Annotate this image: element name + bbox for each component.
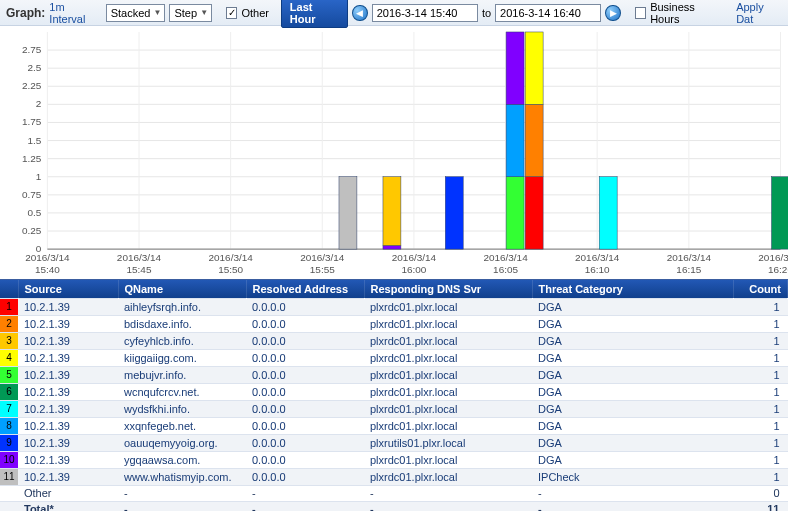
date-prev-button[interactable]: ◀ [352, 5, 367, 21]
cell-dns: plxrdc01.plxr.local [364, 451, 532, 468]
svg-text:15:45: 15:45 [127, 264, 152, 275]
col-dns[interactable]: Responding DNS Svr [364, 280, 532, 298]
series-swatch: 8 [0, 418, 18, 434]
apply-link[interactable]: Apply Dat [736, 1, 782, 25]
cell-qname: mebujvr.info. [118, 366, 246, 383]
table-row[interactable]: 110.2.1.39aihleyfsrqh.info.0.0.0.0plxrdc… [0, 298, 788, 315]
svg-text:2.5: 2.5 [28, 62, 42, 73]
table-row[interactable]: 810.2.1.39xxqnfegeb.net.0.0.0.0plxrdc01.… [0, 417, 788, 434]
cell-resolved: 0.0.0.0 [246, 400, 364, 417]
cell-count: 1 [734, 400, 788, 417]
svg-text:2016/3/14: 2016/3/14 [392, 252, 437, 263]
date-from-input[interactable]: 2016-3-14 15:40 [372, 4, 478, 22]
series-swatch: 6 [0, 384, 18, 400]
svg-text:15:50: 15:50 [218, 264, 243, 275]
cell-category: DGA [532, 349, 734, 366]
date-to-input[interactable]: 2016-3-14 16:40 [495, 4, 601, 22]
business-hours-label: Business Hours [650, 1, 724, 25]
business-hours-checkbox[interactable] [635, 7, 647, 19]
cell-resolved: 0.0.0.0 [246, 434, 364, 451]
cell-count: 1 [734, 451, 788, 468]
table-row[interactable]: 510.2.1.39mebujvr.info.0.0.0.0plxrdc01.p… [0, 366, 788, 383]
cell-source: 10.2.1.39 [18, 332, 118, 349]
cell-source: 10.2.1.39 [18, 315, 118, 332]
cell-qname: wcnqufcrcv.net. [118, 383, 246, 400]
table-row[interactable]: 710.2.1.39wydsfkhi.info.0.0.0.0plxrdc01.… [0, 400, 788, 417]
svg-rect-57 [506, 104, 524, 176]
svg-rect-52 [339, 177, 357, 249]
cell-count: 1 [734, 417, 788, 434]
chart-area: 00.250.50.7511.251.51.7522.252.52.752016… [0, 26, 788, 280]
cell-source: 10.2.1.39 [18, 468, 118, 485]
svg-rect-55 [445, 177, 463, 249]
svg-text:1: 1 [36, 171, 42, 182]
svg-text:15:55: 15:55 [310, 264, 335, 275]
series-swatch: 5 [0, 367, 18, 383]
cell-resolved: 0.0.0.0 [246, 383, 364, 400]
graph-label: Graph: [6, 6, 45, 20]
svg-text:2016/3/14: 2016/3/14 [575, 252, 620, 263]
table-row[interactable]: 310.2.1.39cyfeyhlcb.info.0.0.0.0plxrdc01… [0, 332, 788, 349]
svg-rect-61 [525, 32, 543, 104]
cell-source: 10.2.1.39 [18, 434, 118, 451]
table-row[interactable]: 1010.2.1.39ygqaawsa.com.0.0.0.0plxrdc01.… [0, 451, 788, 468]
series-swatch: 1 [0, 299, 18, 315]
svg-rect-54 [383, 177, 401, 246]
display-mode-select[interactable]: Stacked [106, 4, 166, 22]
col-qname[interactable]: QName [118, 280, 246, 298]
table-row[interactable]: 610.2.1.39wcnqufcrcv.net.0.0.0.0plxrdc01… [0, 383, 788, 400]
cell-count: 1 [734, 315, 788, 332]
cell-category: DGA [532, 451, 734, 468]
col-source[interactable]: Source [18, 280, 118, 298]
cell-source: 10.2.1.39 [18, 366, 118, 383]
table-row[interactable]: 210.2.1.39bdisdaxe.info.0.0.0.0plxrdc01.… [0, 315, 788, 332]
col-category[interactable]: Threat Category [532, 280, 734, 298]
cell-category: DGA [532, 366, 734, 383]
series-swatch: 2 [0, 316, 18, 332]
cell-resolved: 0.0.0.0 [246, 366, 364, 383]
cell-source: 10.2.1.39 [18, 400, 118, 417]
cell-qname: aihleyfsrqh.info. [118, 298, 246, 315]
cell-qname: wydsfkhi.info. [118, 400, 246, 417]
cell-resolved: 0.0.0.0 [246, 417, 364, 434]
other-label: Other [241, 7, 269, 19]
col-resolved[interactable]: Resolved Address [246, 280, 364, 298]
cell-category: DGA [532, 298, 734, 315]
cell-category: DGA [532, 434, 734, 451]
table-row[interactable]: 1110.2.1.39www.whatismyip.com.0.0.0.0plx… [0, 468, 788, 485]
cell-dns: plxrdc01.plxr.local [364, 417, 532, 434]
graph-controls: Graph: 1m Interval Stacked Step Other La… [0, 0, 788, 26]
cell-qname: kiiggaiigg.com. [118, 349, 246, 366]
table-row-other[interactable]: Other----0 [0, 485, 788, 501]
svg-text:2016/3/14: 2016/3/14 [117, 252, 162, 263]
svg-rect-56 [506, 177, 524, 249]
date-next-button[interactable]: ▶ [605, 5, 620, 21]
series-swatch: 7 [0, 401, 18, 417]
cell-dns: plxrdc01.plxr.local [364, 383, 532, 400]
svg-text:2016/3/14: 2016/3/14 [300, 252, 345, 263]
svg-text:2016/3/14: 2016/3/14 [667, 252, 712, 263]
interval-link[interactable]: 1m Interval [49, 1, 101, 25]
col-count[interactable]: Count [734, 280, 788, 298]
cell-source: 10.2.1.39 [18, 298, 118, 315]
cell-source: 10.2.1.39 [18, 349, 118, 366]
table-row[interactable]: 410.2.1.39kiiggaiigg.com.0.0.0.0plxrdc01… [0, 349, 788, 366]
cell-count: 1 [734, 434, 788, 451]
svg-text:2: 2 [36, 98, 42, 109]
svg-text:1.75: 1.75 [22, 116, 42, 127]
other-checkbox[interactable] [226, 7, 238, 19]
svg-text:2016/3/14: 2016/3/14 [758, 252, 788, 263]
table-row-total: Total*----11 [0, 501, 788, 511]
cell-category: DGA [532, 315, 734, 332]
svg-rect-63 [772, 177, 788, 249]
cell-resolved: 0.0.0.0 [246, 468, 364, 485]
step-select[interactable]: Step [169, 4, 212, 22]
table-row[interactable]: 910.2.1.39oauuqemyyoig.org.0.0.0.0plxrut… [0, 434, 788, 451]
cell-qname: ygqaawsa.com. [118, 451, 246, 468]
last-hour-button[interactable]: Last Hour [281, 0, 348, 28]
svg-text:15:40: 15:40 [35, 264, 60, 275]
svg-text:2.25: 2.25 [22, 80, 42, 91]
cell-qname: oauuqemyyoig.org. [118, 434, 246, 451]
stacked-bar-chart: 00.250.50.7511.251.51.7522.252.52.752016… [0, 26, 788, 279]
cell-count: 1 [734, 332, 788, 349]
